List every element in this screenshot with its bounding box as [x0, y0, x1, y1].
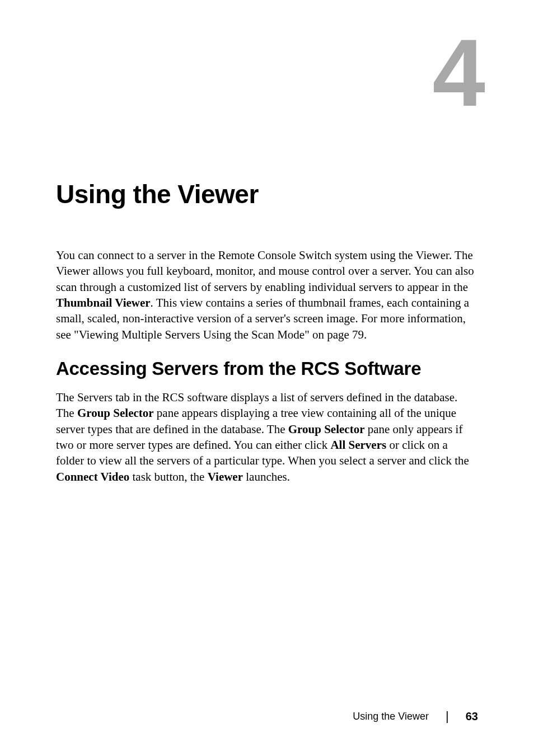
section-bold-2: Group Selector [288, 422, 365, 436]
section-bold-1: Group Selector [77, 406, 154, 420]
intro-bold-1: Thumbnail Viewer [56, 296, 151, 309]
intro-paragraph: You can connect to a server in the Remot… [56, 247, 478, 342]
section-text-5: task button, the [129, 470, 207, 483]
footer-title: Using the Viewer [353, 711, 429, 722]
intro-text-1: You can connect to a server in the Remot… [56, 248, 474, 294]
section-paragraph: The Servers tab in the RCS software disp… [56, 389, 478, 485]
section-bold-5: Viewer [208, 470, 243, 483]
section-bold-4: Connect Video [56, 470, 129, 483]
section-heading: Accessing Servers from the RCS Software [56, 358, 478, 379]
chapter-number: 4 [56, 25, 481, 120]
section-bold-3: All Servers [330, 438, 386, 452]
chapter-title: Using the Viewer [56, 179, 478, 209]
page-footer: Using the Viewer | 63 [353, 709, 478, 724]
section-text-6: launches. [243, 470, 290, 483]
footer-page-number: 63 [466, 710, 478, 723]
document-page: 4 Using the Viewer You can connect to a … [0, 0, 534, 756]
footer-divider: | [446, 709, 449, 724]
